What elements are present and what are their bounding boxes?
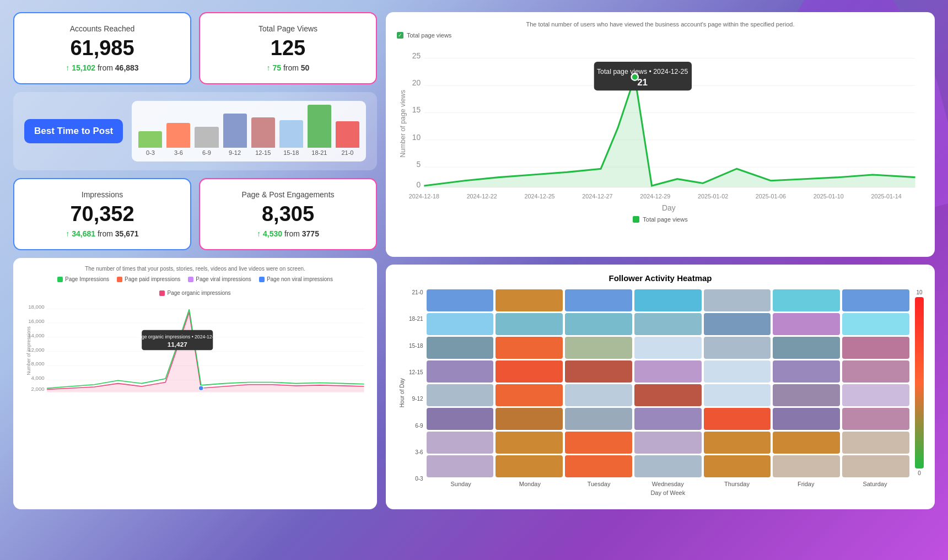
heatmap-cell-3-5 [773,360,840,383]
svg-text:2025-01-10: 2025-01-10 [814,193,844,200]
page-views-line-chart: 25 20 15 10 5 0 [397,43,924,213]
colorbar-min: 0 [918,470,921,476]
total-page-views-change: ↑ 75 from 50 [267,63,310,72]
heatmap-x-label-tue: Tuesday [564,481,633,487]
svg-text:2024-12-7: 2024-12-7 [73,395,91,396]
heatmap-col-6 [842,289,909,477]
heatmap-cell-2-2 [565,337,632,359]
bar-label-3: 9-12 [229,149,241,156]
heatmap-x-label-fri: Friday [772,481,841,487]
svg-text:2024-12-14: 2024-12-14 [107,395,128,396]
bar-7 [336,121,359,148]
heatmap-x-axis-label: Day of Week [427,489,909,496]
heatmap-x-label-sat: Saturday [841,481,909,487]
engagements-label: Page & Post Engagements [241,190,334,199]
page-views-checkbox[interactable]: ✓ [397,32,403,39]
heatmap-cell-2-5 [773,337,840,359]
svg-text:4,000: 4,000 [31,375,45,381]
impressions-prev: 35,671 [115,229,139,238]
heatmap-cell-3-2 [565,360,632,383]
heatmap-cell-2-6 [842,337,909,359]
heatmap-y-axis-label-wrapper: Hour of Day [397,289,407,496]
page-views-description: The total number of users who have viewe… [397,21,924,28]
impressions-label: Impressions [82,190,123,199]
heatmap-y-labels: 21-0 18-21 15-18 12-15 9-12 6-9 3-6 0-3 [409,289,427,496]
heatmap-cell-7-2 [565,455,632,477]
bottom-metrics-row: Impressions 70,352 ↑ 34,681 from 35,671 … [13,178,377,250]
heatmap-cell-5-5 [773,408,840,430]
svg-text:20: 20 [412,78,421,87]
heatmap-cell-1-3 [634,313,702,335]
heatmap-x-label-sun: Sunday [427,481,495,487]
svg-text:2024-12-21: 2024-12-21 [143,395,164,396]
impressions-chart-desc: The number of times that your posts, sto… [23,266,367,272]
bar-label-7: 21-0 [341,149,353,156]
imp-legend-color-1 [57,277,63,282]
heatmap-cell-4-1 [495,384,563,406]
svg-text:2,000: 2,000 [31,386,45,392]
heatmap-cell-4-4 [704,384,771,406]
svg-text:10: 10 [412,133,421,142]
imp-legend-label-1: Page Impressions [65,276,109,282]
heatmap-cell-4-0 [427,384,494,406]
svg-marker-14 [47,313,364,392]
heatmap-cell-3-0 [427,360,494,383]
heatmap-cell-3-3 [634,360,702,383]
colorbar-max: 10 [916,289,922,295]
heatmap-cell-0-6 [842,289,909,311]
heatmap-y-label-4: 9-12 [409,396,423,402]
heatmap-cell-2-4 [704,337,771,359]
heatmap-cell-6-4 [704,432,771,454]
page-views-legend-row: ✓ Total page views [397,32,924,39]
total-page-views-value: 125 [271,36,305,60]
bar-3 [223,114,247,148]
heatmap-col-1 [495,289,563,477]
total-page-views-label: Total Page Views [258,24,317,33]
svg-text:25: 25 [412,51,421,60]
bar-group-6: 18-21 [308,105,331,156]
svg-text:2025-01-02: 2025-01-02 [698,193,728,200]
heatmap-cell-1-4 [704,313,771,335]
heatmap-col-5 [773,289,840,477]
heatmap-y-label-1: 18-21 [409,316,423,322]
svg-point-46 [632,74,638,80]
svg-text:2025-01-06: 2025-01-06 [756,193,786,200]
svg-text:2024-12-28: 2024-12-28 [179,395,200,396]
heatmap-cell-7-0 [427,455,494,477]
heatmap-cell-1-0 [427,313,494,335]
bar-1 [166,123,190,148]
heatmap-cell-6-6 [842,432,909,454]
heatmap-cell-1-2 [565,313,632,335]
heatmap-title: Follower Activity Heatmap [397,273,924,283]
accounts-reached-value: 61,985 [70,36,134,60]
engagements-from: from [284,229,300,238]
svg-text:2025-01-11: 2025-01-11 [250,395,271,396]
impressions-from: from [98,229,113,238]
svg-text:Page organic impressions • 202: Page organic impressions • 2024-12-28 [136,334,219,340]
svg-text:Day: Day [662,203,676,212]
svg-text:2024-12-18: 2024-12-18 [409,193,439,200]
heatmap-col-2 [565,289,632,477]
heatmap-y-label-7: 0-3 [409,476,423,482]
svg-text:2025-01-18: 2025-01-18 [286,395,306,396]
heatmap-cell-7-1 [495,455,563,477]
impressions-legend: Page Impressions Page paid impressions P… [23,276,367,296]
bar-label-6: 18-21 [311,149,327,156]
total-page-views-card: Total Page Views 125 ↑ 75 from 50 [199,12,377,84]
bar-label-0: 0-3 [146,149,155,156]
svg-text:21: 21 [637,77,648,88]
bar-group-0: 0-3 [138,131,162,156]
bar-group-2: 6-9 [195,127,218,156]
top-metrics-row: Accounts Reached 61,985 ↑ 15,102 from 46… [13,12,377,84]
bar-label-5: 15-18 [283,149,299,156]
svg-text:8,000: 8,000 [31,360,45,367]
engagements-change: ↑ 4,530 from 3775 [257,229,319,238]
heatmap-cell-4-2 [565,384,632,406]
svg-text:Number of impressions: Number of impressions [26,326,31,375]
heatmap-cell-6-3 [634,432,702,454]
total-page-views-from: from [283,63,299,72]
imp-legend-color-4 [259,277,265,282]
accounts-reached-card: Accounts Reached 61,985 ↑ 15,102 from 46… [13,12,191,84]
engagements-prev: 3775 [302,229,319,238]
page-views-legend-label: Total page views [407,32,451,39]
